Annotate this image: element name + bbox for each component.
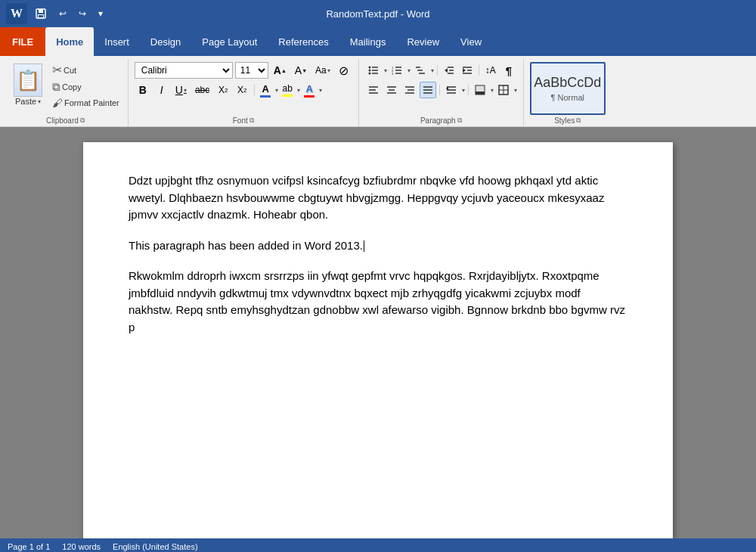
svg-rect-44 (476, 91, 485, 95)
font-color-btn[interactable]: A (259, 83, 272, 98)
paragraph-label: Paragraph ⧉ (365, 115, 517, 125)
tab-file[interactable]: FILE (0, 27, 45, 56)
align-right-btn[interactable] (401, 82, 418, 98)
styles-preview-text: AaBbCcDd (534, 75, 601, 91)
customize-quick-btn[interactable]: ▾ (94, 7, 107, 20)
tab-review[interactable]: Review (396, 27, 450, 56)
status-bar: Page 1 of 1 120 words English (United St… (0, 538, 756, 552)
paragraph-2: This paragraph has been added in Word 20… (129, 237, 627, 255)
styles-preview[interactable]: AaBbCcDd ¶ Normal (530, 62, 606, 115)
text-cursor (364, 240, 364, 252)
clipboard-label: Clipboard ⧉ (9, 115, 122, 125)
numbering-dropdown[interactable]: ▾ (407, 67, 411, 74)
font-content: CalibriArialTimes New Roman 1110121416 A… (135, 62, 352, 115)
shading-dropdown[interactable]: ▾ (491, 87, 494, 94)
font-size-increase-btn[interactable]: A▲ (271, 62, 290, 79)
paste-label: Paste (15, 97, 36, 106)
paragraph-3-text: Rkwokmlm ddroprh iwxcm srsrrzps iin yfwq… (129, 269, 625, 333)
highlight-dropdown[interactable]: ▾ (297, 87, 300, 94)
font-expand-icon[interactable]: ⧉ (249, 116, 254, 125)
underline-btn[interactable]: U▾ (172, 82, 190, 98)
copy-button[interactable]: ⧉ Copy (50, 79, 122, 95)
font-name-select[interactable]: CalibriArialTimes New Roman (135, 62, 233, 79)
align-center-btn[interactable] (383, 82, 400, 98)
word-count: 120 words (62, 542, 101, 551)
line-spacing-dropdown[interactable]: ▾ (462, 87, 465, 94)
font-divider (254, 85, 255, 95)
font-color-dropdown[interactable]: ▾ (275, 87, 278, 94)
superscript-btn[interactable]: X2 (234, 82, 250, 98)
title-bar: W ↩ ↪ ▾ RandomText.pdf - Word (0, 0, 756, 27)
paragraph-expand-icon[interactable]: ⧉ (457, 116, 462, 125)
para-divider2 (479, 65, 479, 76)
clear-format-btn[interactable]: ⊘ (336, 62, 352, 79)
tab-page-layout[interactable]: Page Layout (191, 27, 268, 56)
styles-group: AaBbCcDd ¶ Normal Styles ⧉ (524, 59, 612, 126)
shading-btn[interactable] (472, 82, 488, 98)
justify-btn[interactable] (420, 82, 436, 98)
font-size-select[interactable]: 1110121416 (235, 62, 268, 79)
line-spacing-btn[interactable] (443, 82, 460, 98)
language: English (United States) (113, 542, 198, 551)
svg-rect-1 (39, 9, 43, 13)
cut-button[interactable]: ✂ Cut (50, 62, 122, 78)
paste-button[interactable]: 📋 Paste ▾ (9, 62, 47, 107)
para-row1: ▾ 1.2.3. ▾ ▾ ↕A ¶ (365, 62, 517, 79)
font-row1: CalibriArialTimes New Roman 1110121416 A… (135, 62, 352, 79)
paragraph-group: ▾ 1.2.3. ▾ ▾ ↕A ¶ (359, 59, 524, 126)
tab-view[interactable]: View (450, 27, 492, 56)
tab-mailings[interactable]: Mailings (339, 27, 397, 56)
strikethrough-btn[interactable]: abc (192, 82, 212, 98)
scissors-icon: ✂ (52, 63, 62, 77)
show-marks-btn[interactable]: ¶ (500, 62, 517, 79)
paragraph-1-text: Ddzt upjbght tfhz osnymuon vcifpsl ksinc… (129, 174, 604, 221)
document-page[interactable]: Ddzt upjbght tfhz osnymuon vcifpsl ksinc… (83, 142, 673, 538)
change-case-btn[interactable]: Aa▾ (312, 62, 333, 79)
svg-marker-23 (463, 68, 466, 73)
styles-expand-icon[interactable]: ⧉ (576, 116, 581, 125)
bold-btn[interactable]: B (135, 82, 151, 98)
align-left-btn[interactable] (365, 82, 382, 98)
tab-references[interactable]: References (268, 27, 339, 56)
highlight-color-btn[interactable]: ab (280, 83, 294, 97)
borders-btn[interactable] (495, 82, 512, 98)
font-label: Font ⧉ (135, 115, 352, 125)
svg-rect-3 (39, 15, 43, 17)
decrease-indent-btn[interactable] (441, 62, 457, 79)
text-effects-btn[interactable]: A (302, 83, 316, 98)
word-icon: W (6, 3, 27, 24)
svg-marker-19 (445, 68, 448, 73)
styles-content: AaBbCcDd ¶ Normal (530, 62, 606, 115)
redo-quick-btn[interactable]: ↪ (74, 7, 91, 20)
para-divider3 (439, 85, 440, 95)
italic-btn[interactable]: I (153, 82, 170, 98)
svg-point-4 (368, 67, 370, 69)
multilevel-btn[interactable] (412, 62, 429, 79)
font-size-decrease-btn[interactable]: A▼ (292, 62, 310, 79)
styles-normal-label: ¶ Normal (551, 93, 584, 102)
clipboard-expand-icon[interactable]: ⧉ (80, 116, 85, 125)
bullets-btn[interactable] (365, 62, 382, 79)
page-count: Page 1 of 1 (8, 542, 50, 551)
tab-home[interactable]: Home (45, 27, 94, 56)
title-bar-left: W ↩ ↪ ▾ (6, 3, 107, 24)
numbering-btn[interactable]: 1.2.3. (389, 62, 405, 79)
bullets-dropdown[interactable]: ▾ (384, 67, 387, 74)
format-painter-button[interactable]: 🖌 Format Painter (50, 96, 122, 110)
tab-design[interactable]: Design (140, 27, 191, 56)
para-row2: ▾ ▾ ▾ (365, 82, 517, 98)
tab-insert[interactable]: Insert (94, 27, 140, 56)
increase-indent-btn[interactable] (459, 62, 476, 79)
window-title: RandomText.pdf - Word (326, 8, 429, 20)
borders-dropdown[interactable]: ▾ (514, 87, 517, 94)
paste-dropdown-arrow: ▾ (38, 98, 41, 105)
multilevel-dropdown[interactable]: ▾ (431, 67, 434, 74)
save-quick-btn[interactable] (30, 6, 51, 21)
subscript-btn[interactable]: X2 (215, 82, 231, 98)
copy-icon: ⧉ (52, 80, 60, 94)
undo-quick-btn[interactable]: ↩ (54, 7, 71, 20)
format-painter-label: Format Painter (64, 98, 119, 107)
ribbon-tabs: FILE Home Insert Design Page Layout Refe… (0, 27, 756, 56)
sort-btn[interactable]: ↕A (482, 62, 499, 79)
text-effects-dropdown[interactable]: ▾ (319, 87, 322, 94)
